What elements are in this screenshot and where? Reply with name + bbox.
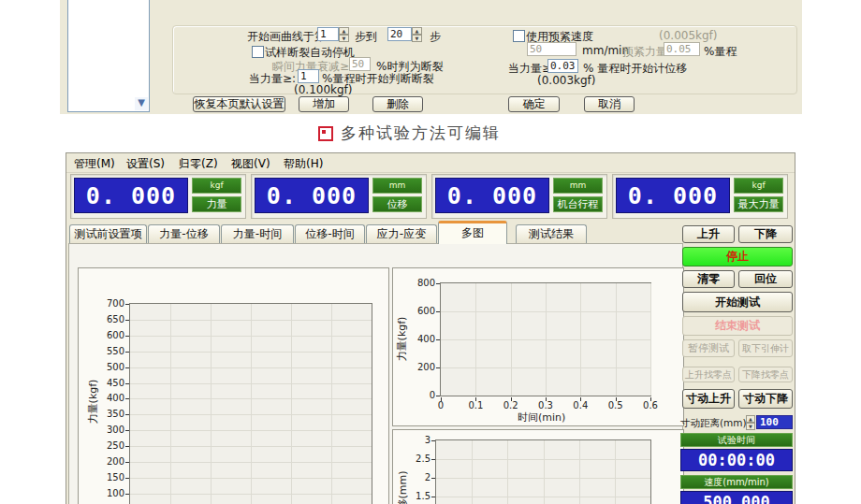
menu-help[interactable]: 帮助(H) bbox=[284, 156, 323, 172]
ytick-mark bbox=[431, 440, 435, 441]
ok-button[interactable]: 确定 bbox=[508, 96, 560, 112]
force-label: 力量 bbox=[192, 196, 241, 212]
pretension-force-input[interactable] bbox=[664, 42, 700, 56]
caption-text: 多种试验方法可编辑 bbox=[341, 122, 501, 144]
y-axis-label: 位移(mm) bbox=[396, 449, 410, 504]
spinner-up-icon[interactable]: ▲ bbox=[339, 27, 349, 35]
ytick-label: 0 bbox=[401, 390, 435, 400]
ytick-label: 650 bbox=[91, 314, 124, 324]
ytick-label: 800 bbox=[401, 278, 435, 288]
curve-from-input[interactable] bbox=[317, 27, 339, 41]
tab-displacement-time[interactable]: 位移-时间 bbox=[295, 224, 365, 243]
curve-to-spinner[interactable]: ▲▼ bbox=[412, 27, 422, 42]
menu-bar: 管理(M) 设置(S) 归零(Z) 视图(V) 帮助(H) bbox=[66, 153, 795, 173]
xtick-mark bbox=[580, 397, 581, 401]
stop-button[interactable]: 停止 bbox=[682, 247, 793, 266]
tab-stress-strain[interactable]: 应力-应变 bbox=[366, 224, 437, 243]
jog-distance-spinner[interactable]: ▲▼ bbox=[746, 415, 755, 430]
xtick-mark bbox=[475, 397, 476, 401]
add-button[interactable]: 增加 bbox=[299, 96, 349, 112]
down-button[interactable]: 下降 bbox=[738, 225, 793, 243]
display-displacement: 0. 000 mm 位移 bbox=[251, 174, 427, 219]
xtick-label: 0.2 bbox=[497, 400, 525, 410]
ytick-mark bbox=[125, 304, 129, 305]
grid-h bbox=[130, 446, 372, 447]
xtick-label: 0 bbox=[427, 400, 455, 410]
spinner-down-icon[interactable]: ▼ bbox=[746, 423, 755, 430]
ytick-label: 100 bbox=[91, 488, 124, 498]
grid-v bbox=[579, 440, 580, 504]
tab-force-time[interactable]: 力量-时间 bbox=[221, 224, 294, 243]
ytick-mark bbox=[436, 396, 440, 396]
pretension-checkbox[interactable] bbox=[513, 30, 525, 42]
displacement-value: 0. 000 bbox=[255, 178, 369, 213]
jog-up-button[interactable]: 寸动上升 bbox=[682, 389, 735, 409]
grid-h bbox=[436, 497, 650, 497]
ytick-mark bbox=[125, 383, 129, 384]
curve-to-input[interactable] bbox=[387, 27, 412, 41]
start-test-button[interactable]: 开始测试 bbox=[682, 292, 793, 312]
ytick-mark bbox=[436, 367, 440, 368]
grid-v bbox=[650, 283, 651, 396]
ytick-mark bbox=[436, 283, 440, 284]
menu-zero[interactable]: 归零(Z) bbox=[179, 156, 218, 172]
disp-start-suffix: % 量程时开始计位移 bbox=[583, 61, 687, 77]
down-find-zero-button[interactable]: 下降找零点 bbox=[738, 367, 793, 382]
plot-area: 800600400200000.10.20.30.40.50.6 bbox=[440, 282, 651, 396]
break-force-input[interactable] bbox=[298, 69, 319, 83]
up-button[interactable]: 上升 bbox=[682, 225, 735, 243]
ytick-mark bbox=[125, 462, 129, 463]
ytick-mark bbox=[125, 494, 129, 495]
ytick-label: 200 bbox=[91, 456, 124, 467]
spinner-up-icon[interactable]: ▲ bbox=[746, 415, 755, 423]
menu-manage[interactable]: 管理(M) bbox=[74, 156, 115, 172]
tab-force-displacement[interactable]: 力量-位移 bbox=[148, 224, 220, 243]
pause-test-button[interactable]: 暂停测试 bbox=[682, 339, 735, 357]
clear-button[interactable]: 清零 bbox=[682, 270, 735, 288]
ytick-mark bbox=[125, 320, 129, 321]
spinner-up-icon[interactable]: ▲ bbox=[412, 27, 422, 35]
menu-settings[interactable]: 设置(S) bbox=[126, 156, 165, 172]
force-unit: kgf bbox=[192, 178, 241, 194]
grid-v bbox=[291, 304, 292, 504]
ytick-mark bbox=[125, 430, 129, 431]
ytick-label: 600 bbox=[91, 330, 124, 340]
disp-start-input[interactable] bbox=[547, 59, 578, 73]
spinner-down-icon[interactable]: ▼ bbox=[339, 35, 349, 42]
grid-h bbox=[130, 398, 372, 399]
scroll-down-button[interactable]: ▼ bbox=[135, 97, 148, 110]
auto-stop-checkbox[interactable] bbox=[252, 46, 264, 58]
end-test-button[interactable]: 结束测试 bbox=[682, 316, 793, 336]
ytick-mark bbox=[125, 398, 129, 399]
menu-view[interactable]: 视图(V) bbox=[231, 156, 270, 172]
curve-start-label: 开始画曲线于第 bbox=[247, 29, 326, 45]
grid-h bbox=[130, 478, 372, 479]
remove-extensometer-button[interactable]: 取下引伸计 bbox=[738, 339, 793, 357]
tab-pretest-settings[interactable]: 测试前设置项 bbox=[69, 224, 147, 243]
display-max-force: 0. 000 kgf 最大力量 bbox=[612, 174, 788, 219]
ytick-mark bbox=[125, 336, 129, 337]
grid-h bbox=[130, 462, 372, 463]
jog-distance-input[interactable]: 100 bbox=[756, 415, 793, 429]
step-listbox[interactable]: ▼ bbox=[67, 0, 150, 112]
pretension-speed-input[interactable] bbox=[527, 42, 576, 56]
max-force-value: 0. 000 bbox=[616, 178, 730, 213]
grid-v bbox=[331, 304, 332, 504]
curve-from-spinner[interactable]: ▲▼ bbox=[339, 27, 349, 42]
return-button[interactable]: 回位 bbox=[738, 270, 793, 288]
main-window: 管理(M) 设置(S) 归零(Z) 视图(V) 帮助(H) 0. 000 kgf… bbox=[66, 152, 795, 504]
xtick-mark bbox=[616, 397, 617, 401]
grid-v bbox=[472, 440, 473, 504]
decay-input[interactable] bbox=[349, 57, 371, 71]
tab-multi-graph[interactable]: 多图 bbox=[438, 221, 507, 244]
delete-button[interactable]: 删除 bbox=[372, 96, 423, 112]
restore-defaults-button[interactable]: 恢复本页默认设置 bbox=[193, 96, 285, 112]
red-square-bullet-icon bbox=[318, 126, 333, 141]
cancel-button[interactable]: 取消 bbox=[584, 96, 635, 112]
tab-test-results[interactable]: 测试结果 bbox=[516, 224, 587, 243]
up-find-zero-button[interactable]: 上升找零点 bbox=[682, 367, 735, 382]
jog-down-button[interactable]: 寸动下降 bbox=[738, 389, 793, 409]
xtick-label: 0.4 bbox=[566, 400, 594, 410]
xtick-mark bbox=[650, 397, 651, 401]
spinner-down-icon[interactable]: ▼ bbox=[412, 35, 422, 42]
